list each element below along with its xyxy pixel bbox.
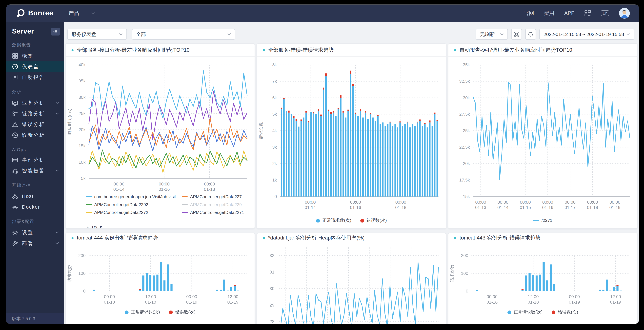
report-icon xyxy=(12,74,18,80)
legend-item[interactable]: 错误数(次) xyxy=(360,218,387,224)
sidebar-item-event-analysis[interactable]: 事件分析 xyxy=(6,154,64,165)
svg-text:35k: 35k xyxy=(78,78,86,83)
legend-item[interactable]: APMController.getData2271 xyxy=(182,210,244,215)
svg-text:00:00: 00:00 xyxy=(569,294,580,299)
svg-text:00:00: 00:00 xyxy=(520,200,531,205)
svg-text:27.5k: 27.5k xyxy=(459,112,470,117)
svg-text:01-18: 01-18 xyxy=(587,205,598,210)
svg-text:30k: 30k xyxy=(78,95,86,100)
refresh-button[interactable] xyxy=(525,29,536,40)
svg-text:12:00: 12:00 xyxy=(610,294,621,299)
svg-text:30k: 30k xyxy=(463,95,470,100)
sidebar-item-label: 部署 xyxy=(22,240,34,247)
legend-item[interactable]: APMController.getData2272 xyxy=(86,210,182,215)
chart-title-row: 全部服务-错误-错误请求趋势 xyxy=(257,44,446,57)
svg-text:15k: 15k xyxy=(463,194,470,199)
chart-plot-area: 5k10k15k20k25k30k35k40k00:0001-1400:0001… xyxy=(66,57,255,229)
language-toggle[interactable]: En xyxy=(601,10,609,16)
legend-item[interactable]: 正常请求数(次) xyxy=(508,309,543,315)
svg-text:00:00: 00:00 xyxy=(350,200,361,205)
sidebar-item-overview[interactable]: 概览 xyxy=(6,50,64,61)
legend-item[interactable]: 错误数(次) xyxy=(169,309,196,315)
svg-text:20k: 20k xyxy=(463,161,470,166)
gauge-icon xyxy=(12,63,18,70)
sidebar-collapse-button[interactable] xyxy=(51,27,60,35)
sidebar-item-label: 设置 xyxy=(22,229,34,236)
headset-icon xyxy=(12,167,18,174)
legend-marker xyxy=(182,204,188,205)
sidebar-item-label: Docker xyxy=(22,204,40,210)
chevron-down-icon xyxy=(119,33,123,35)
chart-legend: 正常请求数(次)错误数(次) xyxy=(448,309,638,315)
svg-text:8k: 8k xyxy=(272,62,277,67)
scope-select[interactable]: 全部 xyxy=(132,29,235,40)
legend-marker xyxy=(169,310,173,314)
chart-title: 自动报告-远程调用-最差业务响应时间趋势TOP10 xyxy=(460,46,572,53)
legend-label: 正常请求数(次) xyxy=(131,309,160,315)
legend-page-up[interactable]: ▲ xyxy=(86,225,90,229)
sidebar-item-dashboard[interactable]: 仪表盘 xyxy=(6,61,64,72)
legend-item[interactable]: /2271 xyxy=(533,218,552,223)
chevron-down-icon xyxy=(55,242,59,245)
svg-text:00:00: 00:00 xyxy=(542,200,553,205)
sidebar-item-smart-alert[interactable]: 智能告警 xyxy=(6,165,64,176)
legend-item[interactable]: 错误数(次) xyxy=(552,309,578,315)
sidebar-item-diagnosis-analysis[interactable]: 诊断分析 xyxy=(6,130,64,140)
svg-text:17.5k: 17.5k xyxy=(459,178,470,183)
legend-marker xyxy=(182,212,188,213)
nav-link-billing[interactable]: 费用 xyxy=(544,10,554,17)
chart-card-error-request-trend: 全部服务-错误-错误请求趋势01k2k3k4k5k6k7k8k00:0001-1… xyxy=(257,43,446,229)
nav-link-website[interactable]: 官网 xyxy=(524,10,534,17)
svg-text:5k: 5k xyxy=(272,112,277,117)
sidebar-item-docker[interactable]: Docker xyxy=(6,202,64,212)
svg-text:00:00: 00:00 xyxy=(610,200,620,205)
legend-item[interactable]: 正常请求数(次) xyxy=(125,309,160,315)
chart-card-datadiff-heap: *datadiff.jar-实例分析-Heap内存使用率(%)282930313… xyxy=(257,233,446,324)
sidebar-item-host[interactable]: Host xyxy=(6,191,64,202)
sidebar-section-header: 数据报告 xyxy=(6,35,64,50)
legend-item[interactable]: APMController.getData227 xyxy=(182,194,244,199)
sidebar-item-auto-report[interactable]: 自动报告 xyxy=(6,72,64,83)
chart-title-dot xyxy=(72,49,74,51)
legend-item[interactable]: 正常请求数(次) xyxy=(316,218,352,224)
sidebar-item-business-analysis[interactable]: 业务分析 xyxy=(6,97,64,108)
legend-item[interactable]: APMController.getData2292 xyxy=(86,202,182,207)
chart-card-tomcat444-error-trend: tomcat-444-实例分析-错误请求趋势010020000:0001-181… xyxy=(65,233,255,324)
sidebar-item-deploy[interactable]: 部署 xyxy=(6,238,64,249)
sidebar-item-error-analysis[interactable]: 错误分析 xyxy=(6,119,64,130)
scope-select-value: 全部 xyxy=(136,31,146,38)
svg-text:00:00: 00:00 xyxy=(305,200,316,205)
bonree-logo[interactable]: Bonree xyxy=(16,8,54,18)
sidebar-item-settings[interactable]: 设置 xyxy=(6,227,64,238)
svg-text:01-19: 01-19 xyxy=(186,300,197,305)
legend-label: APMController.getData2292 xyxy=(94,202,148,207)
nav-link-app[interactable]: APP xyxy=(564,10,574,16)
link-icon xyxy=(12,110,18,117)
refresh-interval-select[interactable]: 无刷新 xyxy=(476,29,508,40)
svg-text:0: 0 xyxy=(83,289,86,294)
product-menu[interactable]: 产品 xyxy=(68,10,96,17)
product-menu-label: 产品 xyxy=(68,10,79,17)
legend-label: APMController.getData2271 xyxy=(190,210,244,215)
fullscreen-button[interactable] xyxy=(511,29,522,40)
svg-text:00:00: 00:00 xyxy=(396,200,406,205)
legend-page-down[interactable]: ▼ xyxy=(99,225,103,229)
legend-item[interactable]: APMController.getData229 xyxy=(182,202,244,207)
svg-text:1k: 1k xyxy=(272,178,277,183)
sidebar-item-trace-analysis[interactable]: 链路分析 xyxy=(6,108,64,119)
svg-text:01-15: 01-15 xyxy=(520,205,531,210)
legend-label: 错误数(次) xyxy=(558,309,578,315)
chart-title: tomcat-443-实例分析-错误请求趋势 xyxy=(460,235,540,242)
svg-text:25k: 25k xyxy=(463,128,470,133)
legend-item[interactable]: com.bonree.generateapm.job.VisitJob.visi… xyxy=(86,194,182,199)
svg-text:01-18: 01-18 xyxy=(395,205,406,210)
svg-text:01-13: 01-13 xyxy=(475,205,486,210)
chart-legend: com.bonree.generateapm.job.VisitJob.visi… xyxy=(86,194,244,215)
dashboard-select[interactable]: 服务仪表盘 xyxy=(68,29,127,40)
chart-plot-area: 01k2k3k4k5k6k7k8k00:0001-1400:0001-1600:… xyxy=(257,57,446,229)
user-avatar[interactable] xyxy=(619,8,630,19)
chart-card-worst-response-top10: 全部服务-接口分析-最差业务响应时间趋势TOP105k10k15k20k25k3… xyxy=(65,43,255,229)
apps-grid-icon[interactable] xyxy=(584,10,591,16)
chart-title: tomcat-444-实例分析-错误请求趋势 xyxy=(77,235,158,242)
date-range-picker[interactable]: 2022-01-12 15:58 ~ 2022-01-19 15:58 xyxy=(539,29,634,40)
